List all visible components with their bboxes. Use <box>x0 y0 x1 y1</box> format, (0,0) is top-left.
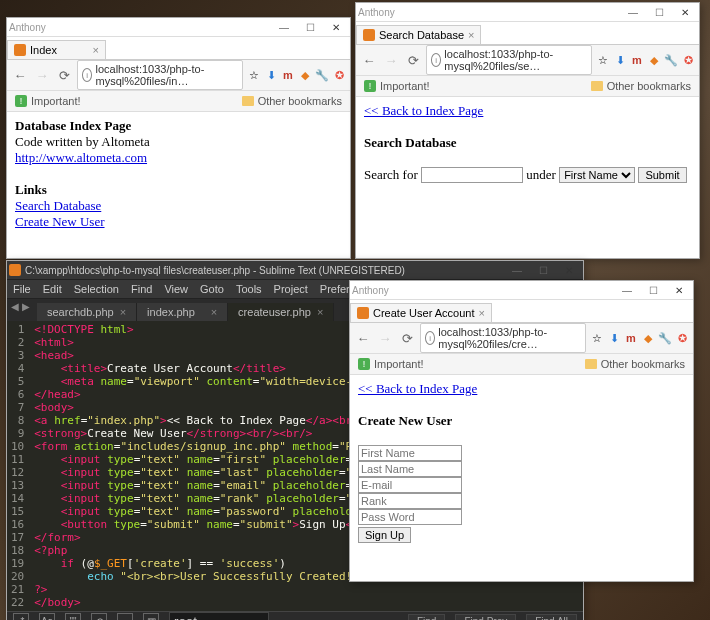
tab-close-icon[interactable]: × <box>211 306 217 318</box>
link-create-user[interactable]: Create New User <box>15 214 105 229</box>
maximize-button[interactable]: ☐ <box>641 283 665 297</box>
diamond-ext-icon[interactable]: ◆ <box>647 53 661 67</box>
link-back[interactable]: << Back to Index Page <box>364 103 483 118</box>
diamond-ext-icon[interactable]: ◆ <box>298 68 312 82</box>
case-icon[interactable]: Aa <box>39 613 55 620</box>
favicon-icon <box>363 29 375 41</box>
browser-tab[interactable]: Index × <box>7 40 106 59</box>
forward-button[interactable]: → <box>382 51 400 69</box>
wrench-ext-icon[interactable]: 🔧 <box>664 53 678 67</box>
close-button[interactable]: ✕ <box>324 20 348 34</box>
star-icon[interactable]: ☆ <box>596 53 610 67</box>
maximize-button[interactable]: ☐ <box>298 20 322 34</box>
reload-button[interactable]: ⟳ <box>55 66 73 84</box>
word-icon[interactable]: "" <box>65 613 81 620</box>
signup-button[interactable]: Sign Up <box>358 527 411 543</box>
download-icon[interactable]: ⬇ <box>264 68 278 82</box>
wrench-ext-icon[interactable]: 🔧 <box>315 68 329 82</box>
find-all-button[interactable]: Find All <box>526 614 577 621</box>
back-button[interactable]: ← <box>360 51 378 69</box>
gear-ext-icon[interactable]: ✪ <box>681 53 695 67</box>
tab-close-icon[interactable]: × <box>120 306 126 318</box>
field-select[interactable]: First Name <box>559 167 635 183</box>
find-bar: .* Aa "" ⟲ ▭ ▦ Find Find Prev Find All <box>7 611 583 620</box>
minimize-button[interactable]: — <box>621 5 645 19</box>
gear-ext-icon[interactable]: ✪ <box>332 68 346 82</box>
highlight-icon[interactable]: ▦ <box>143 613 159 620</box>
last-name-input[interactable] <box>358 461 462 477</box>
bm-other[interactable]: Other bookmarks <box>258 95 342 107</box>
urgent-icon: ! <box>364 80 376 92</box>
m-ext-icon[interactable]: m <box>624 331 638 345</box>
email-input[interactable] <box>358 477 462 493</box>
star-icon[interactable]: ☆ <box>590 331 604 345</box>
download-icon[interactable]: ⬇ <box>607 331 621 345</box>
browser-tab[interactable]: Search Database × <box>356 25 481 44</box>
bm-other[interactable]: Other bookmarks <box>607 80 691 92</box>
find-prev-button[interactable]: Find Prev <box>455 614 516 621</box>
menu-find[interactable]: Find <box>131 283 152 295</box>
tab-close-icon[interactable]: × <box>317 306 323 318</box>
wrap-icon[interactable]: ⟲ <box>91 613 107 620</box>
url-input[interactable]: i localhost:1033/php-to-mysql%20files/in… <box>77 60 243 90</box>
maximize-button[interactable]: ☐ <box>531 263 555 277</box>
browser-tab[interactable]: Create User Account × <box>350 303 492 322</box>
search-input[interactable] <box>421 167 523 183</box>
tab-close-icon[interactable]: × <box>93 44 99 56</box>
menu-tools[interactable]: Tools <box>236 283 262 295</box>
maximize-button[interactable]: ☐ <box>647 5 671 19</box>
first-name-input[interactable] <box>358 445 462 461</box>
link-altometa[interactable]: http://www.altometa.com <box>15 150 147 165</box>
diamond-ext-icon[interactable]: ◆ <box>641 331 655 345</box>
url-input[interactable]: i localhost:1033/php-to-mysql%20files/se… <box>426 45 592 75</box>
close-button[interactable]: ✕ <box>557 263 581 277</box>
menu-file[interactable]: File <box>13 283 31 295</box>
password-input[interactable] <box>358 509 462 525</box>
url-text: localhost:1033/php-to-mysql%20files/in… <box>95 63 238 87</box>
minimize-button[interactable]: — <box>272 20 296 34</box>
back-button[interactable]: ← <box>11 66 29 84</box>
bm-important[interactable]: Important! <box>380 80 430 92</box>
link-search-db[interactable]: Search Database <box>15 198 101 213</box>
tab-close-icon[interactable]: × <box>479 307 485 319</box>
info-icon: i <box>431 53 441 67</box>
m-ext-icon[interactable]: m <box>630 53 644 67</box>
url-input[interactable]: i localhost:1033/php-to-mysql%20files/cr… <box>420 323 586 353</box>
close-button[interactable]: ✕ <box>667 283 691 297</box>
find-input[interactable] <box>169 612 269 621</box>
close-button[interactable]: ✕ <box>673 5 697 19</box>
regex-icon[interactable]: .* <box>13 613 29 620</box>
minimize-button[interactable]: — <box>505 263 529 277</box>
forward-button[interactable]: → <box>33 66 51 84</box>
bm-important[interactable]: Important! <box>374 358 424 370</box>
menu-edit[interactable]: Edit <box>43 283 62 295</box>
bm-other[interactable]: Other bookmarks <box>601 358 685 370</box>
tab-close-icon[interactable]: × <box>468 29 474 41</box>
menu-selection[interactable]: Selection <box>74 283 119 295</box>
titlebar: Anthony — ☐ ✕ <box>356 3 699 22</box>
reload-button[interactable]: ⟳ <box>404 51 422 69</box>
menu-goto[interactable]: Goto <box>200 283 224 295</box>
submit-button[interactable]: Submit <box>638 167 686 183</box>
sel-icon[interactable]: ▭ <box>117 613 133 620</box>
m-ext-icon[interactable]: m <box>281 68 295 82</box>
find-button[interactable]: Find <box>408 614 445 621</box>
reload-button[interactable]: ⟳ <box>398 329 416 347</box>
minimize-button[interactable]: — <box>615 283 639 297</box>
back-button[interactable]: ← <box>354 329 372 347</box>
bm-important[interactable]: Important! <box>31 95 81 107</box>
rank-input[interactable] <box>358 493 462 509</box>
link-back[interactable]: << Back to Index Page <box>358 381 477 396</box>
forward-button[interactable]: → <box>376 329 394 347</box>
editor-tab-index[interactable]: index.php× <box>137 303 228 321</box>
star-icon[interactable]: ☆ <box>247 68 261 82</box>
tab-arrows[interactable]: ◀ ▶ <box>11 301 30 312</box>
editor-tab-createuser[interactable]: createuser.php× <box>228 303 334 321</box>
gear-ext-icon[interactable]: ✪ <box>675 331 689 345</box>
editor-tab-searchdb[interactable]: searchdb.php× <box>37 303 137 321</box>
menu-project[interactable]: Project <box>274 283 308 295</box>
wrench-ext-icon[interactable]: 🔧 <box>658 331 672 345</box>
download-icon[interactable]: ⬇ <box>613 53 627 67</box>
tab-title: Create User Account <box>373 307 475 319</box>
menu-view[interactable]: View <box>164 283 188 295</box>
